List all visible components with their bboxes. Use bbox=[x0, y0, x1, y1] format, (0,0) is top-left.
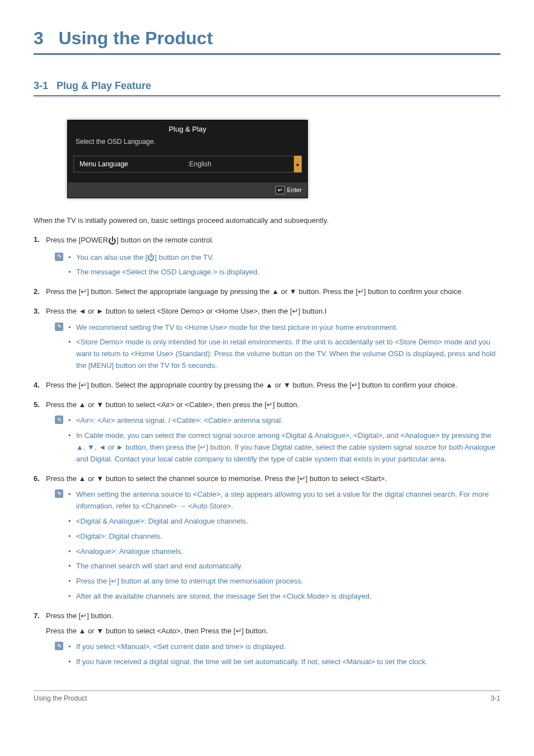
intro-text: When the TV is initially powered on, bas… bbox=[34, 215, 500, 226]
note-item: <Digital>: Digital channels. bbox=[68, 531, 500, 543]
note-item: We recommend setting the TV to <Home Use… bbox=[68, 322, 500, 334]
osd-footer-text: Enter bbox=[287, 186, 302, 193]
note-block: ✎ You can also use the [⏻] button on the… bbox=[55, 252, 500, 279]
note-item: When setting the antenna source to <Cabl… bbox=[68, 489, 500, 512]
step-7-text1: Press the [↵] button. bbox=[46, 612, 113, 620]
chapter-number: 3 bbox=[34, 28, 44, 48]
note-item: <Air>: <Air> antenna signal. / <Cable>: … bbox=[68, 415, 500, 427]
step-7-text2: Press the ▲ or ▼ button to select <Auto>… bbox=[46, 626, 500, 637]
note-icon: ✎ bbox=[55, 489, 63, 498]
enter-icon: ↵ bbox=[275, 186, 285, 194]
note-item: <Digital & Analogue>: Digital and Analog… bbox=[68, 516, 500, 528]
page-footer: Using the Product 3-1 bbox=[34, 690, 500, 702]
step-5-text: Press the ▲ or ▼ button to select <Air> … bbox=[46, 400, 299, 409]
footer-right: 3-1 bbox=[491, 694, 500, 702]
note-item: Press the [↵] button at any time to inte… bbox=[68, 576, 500, 587]
step-4: Press the [↵] button. Select the appropr… bbox=[34, 380, 500, 391]
note-icon: ✎ bbox=[55, 642, 63, 650]
note-icon: ✎ bbox=[55, 253, 63, 261]
step-6-text: Press the ▲ or ▼ button to select the ch… bbox=[46, 474, 387, 483]
chapter-name: Using the Product bbox=[58, 28, 213, 48]
note-item: The channel search will start and end au… bbox=[68, 561, 500, 572]
note-item: After all the available channels are sto… bbox=[68, 591, 500, 603]
note-block: ✎ <Air>: <Air> antenna signal. / <Cable>… bbox=[55, 415, 500, 465]
osd-row-label: Menu Language bbox=[79, 160, 188, 168]
note-item: In Cable mode, you can select the correc… bbox=[68, 430, 500, 465]
section-title: 3-1 Plug & Play Feature bbox=[34, 80, 500, 92]
chapter-title: 3 Using the Product bbox=[34, 28, 500, 49]
osd-row-value: :English bbox=[188, 160, 296, 168]
osd-panel: Plug & Play Select the OSD Language. Men… bbox=[67, 120, 308, 198]
note-block: ✎ When setting the antenna source to <Ca… bbox=[55, 489, 500, 602]
step-2: Press the [↵] button. Select the appropr… bbox=[34, 286, 500, 298]
note-block: ✎ If you select <Manual>, <Set current d… bbox=[55, 641, 500, 668]
note-icon: ✎ bbox=[55, 416, 63, 424]
step-1-text-post: ] button on the remote control. bbox=[116, 236, 213, 244]
section-number: 3-1 bbox=[34, 80, 48, 91]
step-1: Press the [POWER⏻] button on the remote … bbox=[34, 234, 500, 279]
osd-title: Plug & Play bbox=[68, 120, 307, 138]
note-item: If you select <Manual>, <Set current dat… bbox=[68, 641, 500, 653]
step-3: Press the ◄ or ► button to select <Store… bbox=[34, 306, 500, 372]
step-5: Press the ▲ or ▼ button to select <Air> … bbox=[34, 399, 500, 465]
note-icon: ✎ bbox=[55, 323, 63, 331]
chapter-rule bbox=[34, 53, 500, 55]
power-icon: ⏻ bbox=[108, 234, 116, 248]
section-name: Plug & Play Feature bbox=[57, 80, 151, 91]
section-rule bbox=[34, 95, 500, 97]
step-6: Press the ▲ or ▼ button to select the ch… bbox=[34, 473, 500, 603]
step-3-text: Press the ◄ or ► button to select <Store… bbox=[46, 307, 326, 315]
step-1-text-pre: Press the [POWER bbox=[46, 236, 108, 244]
note-item: You can also use the [⏻] button on the T… bbox=[68, 252, 500, 264]
note-block: ✎ We recommend setting the TV to <Home U… bbox=[55, 322, 500, 372]
footer-left: Using the Product bbox=[34, 694, 87, 702]
osd-language-row[interactable]: Menu Language :English ▸ bbox=[73, 156, 302, 172]
note-item: <Store Demo> mode is only intended for u… bbox=[68, 337, 500, 371]
osd-subtitle: Select the OSD Language. bbox=[68, 138, 307, 156]
step-4-text: Press the [↵] button. Select the appropr… bbox=[46, 381, 457, 389]
osd-footer: ↵Enter bbox=[68, 183, 307, 198]
step-7: Press the [↵] button. Press the ▲ or ▼ b… bbox=[34, 610, 500, 668]
steps-list: Press the [POWER⏻] button on the remote … bbox=[34, 234, 500, 669]
note-item: The message <Select the OSD Language.> i… bbox=[68, 267, 500, 278]
note-item: If you have received a digital signal, t… bbox=[68, 656, 500, 668]
step-2-text: Press the [↵] button. Select the appropr… bbox=[46, 287, 463, 296]
chevron-right-icon[interactable]: ▸ bbox=[294, 156, 302, 172]
note-item: <Analogue>: Analogue channels. bbox=[68, 546, 500, 558]
